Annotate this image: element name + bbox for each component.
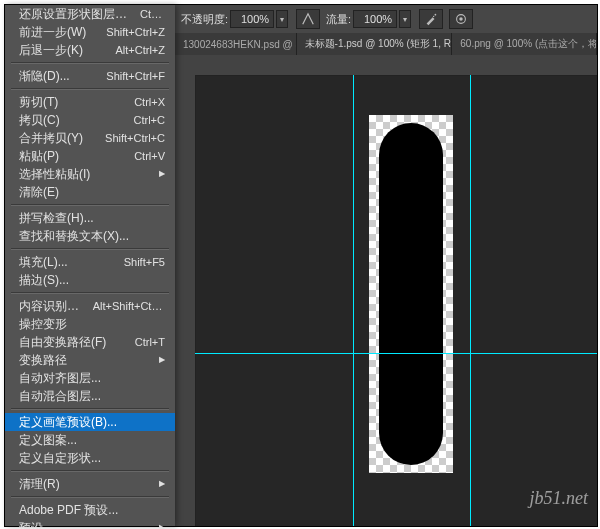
menu-item-label: 操控变形: [19, 315, 67, 333]
menu-item-shortcut: Ctrl+C: [126, 111, 165, 129]
tab-document-1[interactable]: 130024683HEKN.psd @ 3…×: [175, 33, 297, 55]
menu-separator: [11, 496, 169, 498]
flow-dropdown[interactable]: [399, 10, 411, 28]
menu-item[interactable]: 后退一步(K)Alt+Ctrl+Z: [5, 41, 175, 59]
menu-item[interactable]: 定义画笔预设(B)...: [5, 413, 175, 431]
menu-item-label: 变换路径: [19, 351, 67, 369]
flow-label: 流量:: [326, 12, 351, 27]
menu-item[interactable]: 剪切(T)Ctrl+X: [5, 93, 175, 111]
menu-item-shortcut: Ctrl+Z: [132, 5, 165, 23]
menu-item[interactable]: 拷贝(C)Ctrl+C: [5, 111, 175, 129]
menu-separator: [11, 248, 169, 250]
menu-item-label: 剪切(T): [19, 93, 58, 111]
menu-item[interactable]: 清除(E): [5, 183, 175, 201]
menu-item-shortcut: Ctrl+X: [126, 93, 165, 111]
menu-item-label: 定义图案...: [19, 431, 77, 449]
menu-item-label: 还原设置形状图层填充(O): [19, 5, 132, 23]
menu-item-label: 合并拷贝(Y): [19, 129, 83, 147]
menu-item-label: 粘贴(P): [19, 147, 59, 165]
menu-item-shortcut: Alt+Ctrl+Z: [107, 41, 165, 59]
opacity-label: 不透明度:: [181, 12, 228, 27]
menu-item-label: 查找和替换文本(X)...: [19, 227, 129, 245]
svg-point-1: [433, 16, 434, 17]
menu-item-label: 渐隐(D)...: [19, 67, 70, 85]
menu-item[interactable]: 渐隐(D)...Shift+Ctrl+F: [5, 67, 175, 85]
menu-item-label: 前进一步(W): [19, 23, 86, 41]
pressure-opacity-icon[interactable]: [296, 9, 320, 29]
menu-separator: [11, 62, 169, 64]
menu-item-shortcut: Ctrl+V: [126, 147, 165, 165]
menu-item[interactable]: Adobe PDF 预设...: [5, 501, 175, 519]
menu-item-label: 定义自定形状...: [19, 449, 101, 467]
menu-item-label: 清除(E): [19, 183, 59, 201]
tab-document-2[interactable]: 未标题-1.psd @ 100% (矩形 1, RGB/…×: [297, 33, 453, 55]
menu-item-label: 填充(L)...: [19, 253, 68, 271]
menu-item-shortcut: Shift+Ctrl+C: [97, 129, 165, 147]
menu-item[interactable]: 自动对齐图层...: [5, 369, 175, 387]
svg-point-0: [435, 14, 437, 16]
menu-item[interactable]: 定义自定形状...: [5, 449, 175, 467]
opacity-value[interactable]: 100%: [230, 10, 274, 28]
guide-horizontal[interactable]: [195, 353, 597, 354]
menu-item-label: 清理(R): [19, 475, 60, 493]
menu-item-label: 选择性粘贴(I): [19, 165, 90, 183]
rounded-rect-shape: [379, 123, 443, 465]
menu-item[interactable]: 自动混合图层...: [5, 387, 175, 405]
tab-document-3[interactable]: 60.png @ 100% (点击这个，将 选区转: [452, 33, 597, 55]
menu-item-label: 预设: [19, 519, 43, 529]
ruler-origin[interactable]: [175, 55, 196, 76]
menu-item-shortcut: Alt+Shift+Ctrl+C: [85, 297, 165, 315]
menu-item-shortcut: Shift+Ctrl+F: [98, 67, 165, 85]
menu-item-label: 内容识别比例: [19, 297, 85, 315]
watermark: jb51.net: [530, 488, 589, 509]
menu-item-shortcut: Ctrl+T: [127, 333, 165, 351]
menu-item[interactable]: 查找和替换文本(X)...: [5, 227, 175, 245]
menu-item[interactable]: 内容识别比例Alt+Shift+Ctrl+C: [5, 297, 175, 315]
opacity-dropdown[interactable]: [276, 10, 288, 28]
menu-separator: [11, 408, 169, 410]
ruler-vertical[interactable]: [175, 75, 196, 526]
options-bar: 不透明度: 100% 流量: 100%: [175, 5, 597, 34]
guide-vertical[interactable]: [353, 75, 354, 526]
menu-item-label: 定义画笔预设(B)...: [19, 413, 117, 431]
menu-separator: [11, 204, 169, 206]
menu-item[interactable]: 操控变形: [5, 315, 175, 333]
menu-item[interactable]: 粘贴(P)Ctrl+V: [5, 147, 175, 165]
menu-item-label: Adobe PDF 预设...: [19, 501, 118, 519]
menu-separator: [11, 292, 169, 294]
menu-item[interactable]: 预设: [5, 519, 175, 529]
menu-item-label: 拷贝(C): [19, 111, 60, 129]
menu-item-shortcut: Shift+F5: [116, 253, 165, 271]
menu-item[interactable]: 合并拷贝(Y)Shift+Ctrl+C: [5, 129, 175, 147]
menu-item-label: 后退一步(K): [19, 41, 83, 59]
menu-item-label: 自动对齐图层...: [19, 369, 101, 387]
flow-value[interactable]: 100%: [353, 10, 397, 28]
ruler-horizontal[interactable]: [195, 55, 597, 76]
menu-item[interactable]: 还原设置形状图层填充(O)Ctrl+Z: [5, 5, 175, 23]
menu-separator: [11, 88, 169, 90]
menu-item[interactable]: 定义图案...: [5, 431, 175, 449]
menu-item[interactable]: 前进一步(W)Shift+Ctrl+Z: [5, 23, 175, 41]
edit-menu: 还原设置形状图层填充(O)Ctrl+Z前进一步(W)Shift+Ctrl+Z后退…: [5, 5, 175, 526]
pressure-size-icon[interactable]: [449, 9, 473, 29]
menu-item-label: 描边(S)...: [19, 271, 69, 289]
menu-item[interactable]: 变换路径: [5, 351, 175, 369]
canvas-area[interactable]: [175, 55, 597, 526]
menu-item-shortcut: Shift+Ctrl+Z: [98, 23, 165, 41]
menu-item[interactable]: 填充(L)...Shift+F5: [5, 253, 175, 271]
svg-point-3: [459, 17, 463, 21]
menu-item[interactable]: 选择性粘贴(I): [5, 165, 175, 183]
menu-item[interactable]: 清理(R): [5, 475, 175, 493]
menu-item[interactable]: 拼写检查(H)...: [5, 209, 175, 227]
document-tabs: 130024683HEKN.psd @ 3…× 未标题-1.psd @ 100%…: [175, 33, 597, 56]
menu-separator: [11, 470, 169, 472]
menu-item-label: 拼写检查(H)...: [19, 209, 94, 227]
app-window: 不透明度: 100% 流量: 100% 130024683HEKN.psd @ …: [4, 4, 598, 527]
menu-item[interactable]: 描边(S)...: [5, 271, 175, 289]
menu-item-label: 自动混合图层...: [19, 387, 101, 405]
artboard: [369, 115, 453, 473]
menu-item[interactable]: 自由变换路径(F)Ctrl+T: [5, 333, 175, 351]
airbrush-icon[interactable]: [419, 9, 443, 29]
guide-vertical[interactable]: [470, 75, 471, 526]
menu-item-label: 自由变换路径(F): [19, 333, 106, 351]
